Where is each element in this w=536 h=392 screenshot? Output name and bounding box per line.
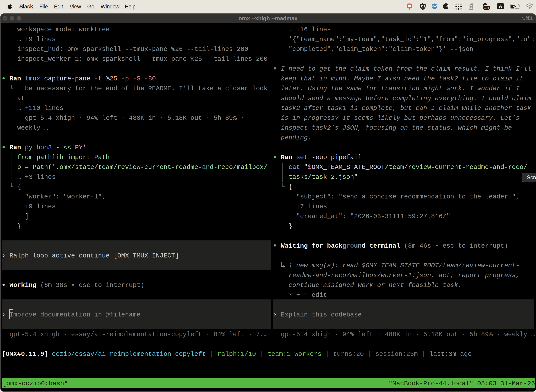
svg-text:..61: ..61 [484, 6, 489, 10]
